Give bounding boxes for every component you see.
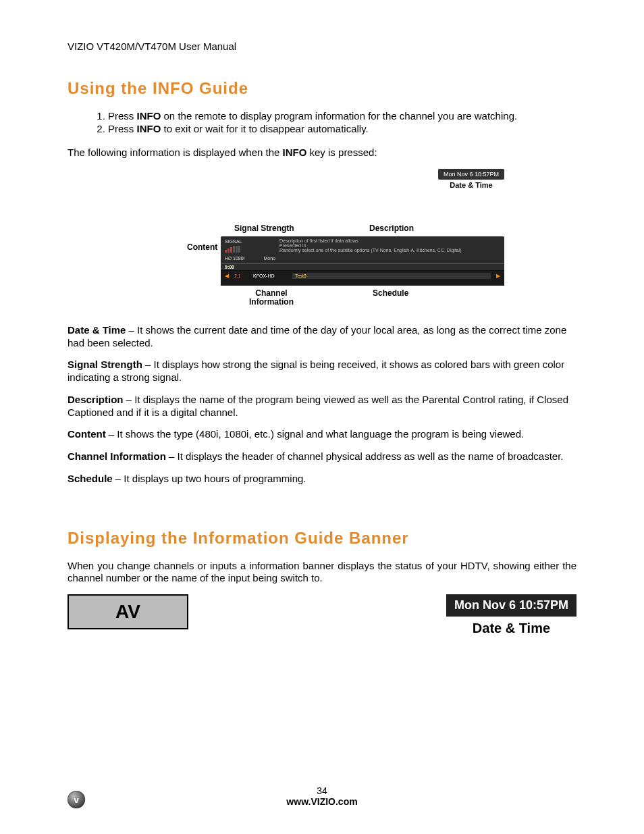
section-title-banner: Displaying the Information Guide Banner [68, 529, 576, 548]
definition-paragraph: Description – It displays the name of th… [68, 394, 576, 419]
osd-channel-number: 2.1 [234, 273, 248, 278]
osd-audio: Mono [263, 255, 275, 261]
definition-term: Signal Strength [68, 359, 142, 370]
page-footer: 34 www.VIZIO.com [0, 785, 644, 807]
lead-bold: INFO [283, 147, 307, 158]
definition-term: Description [68, 394, 124, 405]
definition-term: Channel Information [68, 450, 166, 462]
definition-text: – It displays how strong the signal is b… [68, 359, 564, 383]
section-title-info-guide: Using the INFO Guide [68, 79, 576, 98]
page: VIZIO VT420M/VT470M User Manual Using th… [0, 0, 644, 834]
osd-signal-word: SIGNAL [225, 238, 275, 244]
datetime-banner: Mon Nov 6 10:57PM [446, 594, 576, 617]
info-guide-steps: Press INFO on the remote to display prog… [95, 110, 576, 134]
label-schedule: Schedule [373, 289, 408, 298]
datetime-callout: Mon Nov 6 10:57PM Date & Time [438, 169, 504, 189]
definition-text: – It displays the header of channel phys… [166, 450, 564, 462]
definition-paragraph: Schedule – It displays up two hours of p… [68, 473, 576, 486]
definition-text: – It shows the type (480i, 1080i, etc.) … [106, 428, 525, 440]
osd-signal-block: SIGNAL HD 1080i Mono [225, 238, 275, 261]
label-description: Description [369, 224, 414, 233]
definition-paragraph: Content – It shows the type (480i, 1080i… [68, 428, 576, 441]
lead-paragraph: The following information is displayed w… [68, 147, 576, 159]
definition-paragraph: Channel Information – It displays the he… [68, 450, 576, 463]
step-text: to exit or wait for it to disappear auto… [161, 123, 368, 134]
triangle-left-icon: ◀ [225, 273, 229, 279]
av-box-wrapper: AV [68, 594, 188, 629]
osd-desc-line: Randomly select one of the subtitle opti… [279, 248, 500, 253]
signal-bars-icon [225, 246, 275, 253]
definition-term: Schedule [68, 473, 113, 484]
osd-schedule-time: 9:00 [221, 264, 504, 271]
info-guide-diagram: Mon Nov 6 10:57PM Date & Time Signal Str… [140, 169, 504, 317]
datetime-pill: Mon Nov 6 10:57PM [438, 169, 504, 180]
definition-text: – It displays the name of the program be… [68, 394, 568, 418]
list-item: Press INFO to exit or wait for it to dis… [108, 123, 576, 134]
osd-channel-name: KFOX-HD [253, 273, 287, 278]
running-header: VIZIO VT420M/VT470M User Manual [68, 41, 576, 52]
page-number: 34 [0, 785, 644, 796]
label-content: Content [187, 243, 217, 252]
footer-url: www.VIZIO.com [0, 796, 644, 807]
step-bold: INFO [137, 123, 161, 134]
label-signal-strength: Signal Strength [234, 224, 294, 233]
osd-description-block: Description of first listed if data allo… [279, 238, 500, 261]
definition-paragraph: Date & Time – It shows the current date … [68, 324, 576, 350]
banner-diagram: AV Mon Nov 6 10:57PM Date & Time [68, 594, 576, 636]
step-bold: INFO [137, 110, 161, 122]
step-text: Press [108, 110, 137, 122]
osd-panel: SIGNAL HD 1080i Mono Description of firs… [221, 236, 504, 286]
osd-desc-line: Presented in [279, 243, 500, 248]
label-channel-information: Channel Information [241, 289, 302, 307]
definition-paragraph: Signal Strength – It displays how strong… [68, 359, 576, 384]
definition-term: Content [68, 428, 106, 440]
banner-lead-paragraph: When you change channels or inputs a inf… [68, 560, 576, 585]
datetime-banner-wrapper: Mon Nov 6 10:57PM Date & Time [446, 594, 576, 636]
triangle-right-icon: ▶ [496, 273, 500, 279]
step-text: on the remote to display program informa… [161, 110, 517, 122]
osd-resolution: HD 1080i [225, 255, 244, 261]
osd-desc-line: Description of first listed if data allo… [279, 238, 500, 243]
datetime-banner-caption: Date & Time [473, 621, 550, 636]
step-text: Press [108, 123, 137, 134]
osd-schedule-row: ◀ 2.1 KFOX-HD Test0 ▶ [221, 271, 504, 286]
datetime-caption: Date & Time [450, 181, 492, 189]
list-item: Press INFO on the remote to display prog… [108, 110, 576, 122]
osd-top-row: SIGNAL HD 1080i Mono Description of firs… [221, 236, 504, 264]
av-input-box: AV [68, 594, 188, 629]
lead-text: The following information is displayed w… [68, 147, 283, 158]
osd-program-name: Test0 [292, 273, 491, 279]
lead-text: key is pressed: [306, 147, 377, 158]
definition-text: – It shows the current date and time of … [68, 324, 566, 348]
definition-text: – It displays up two hours of programmin… [113, 473, 306, 484]
definition-term: Date & Time [68, 324, 126, 336]
